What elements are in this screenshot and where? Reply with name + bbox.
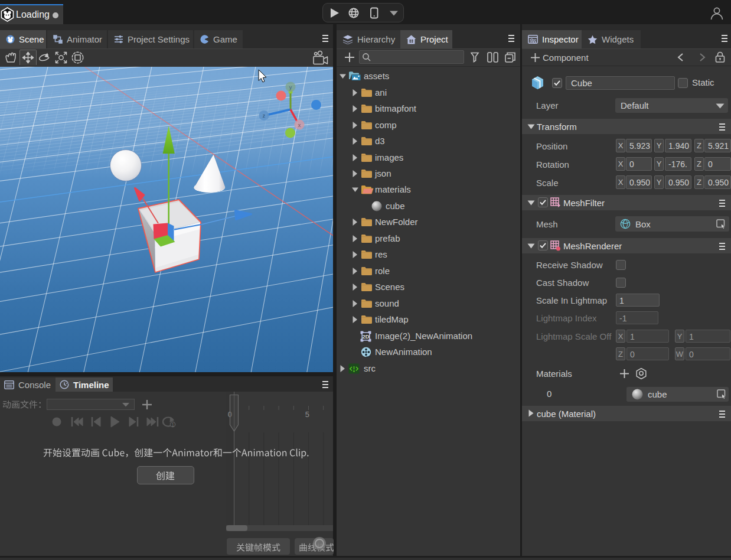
svg-text:5: 5 xyxy=(305,410,309,419)
svg-text:z: z xyxy=(263,113,266,119)
svg-text:2D: 2D xyxy=(363,334,370,340)
svg-text:x: x xyxy=(298,122,301,128)
svg-text:y: y xyxy=(289,84,292,90)
svg-text:1: 1 xyxy=(171,422,174,428)
